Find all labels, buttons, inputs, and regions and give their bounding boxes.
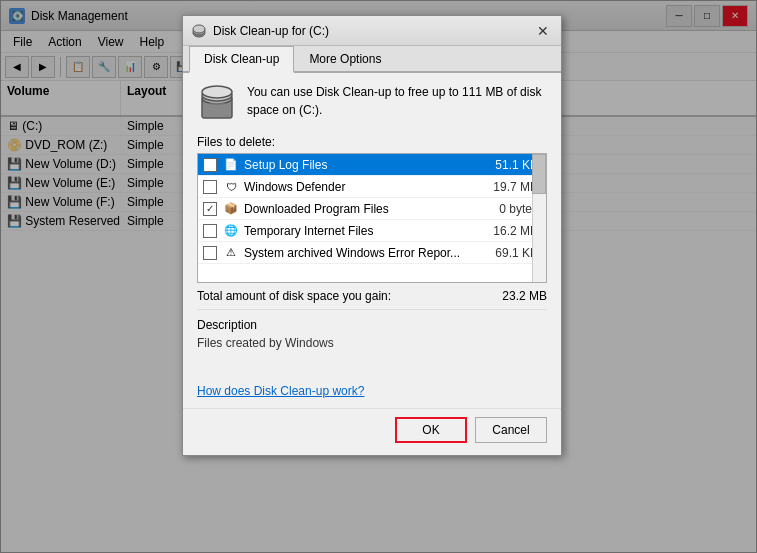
files-list-container: 📄 Setup Log Files 51.1 KB 🛡 Windows Defe… (197, 153, 547, 283)
scrollbar[interactable] (532, 154, 546, 282)
file-checkbox[interactable] (198, 224, 222, 238)
checkbox-icon (203, 246, 217, 260)
file-checkbox[interactable] (198, 202, 222, 216)
dialog-icon (191, 23, 207, 39)
checkbox-icon (203, 224, 217, 238)
files-list: 📄 Setup Log Files 51.1 KB 🛡 Windows Defe… (198, 154, 546, 264)
file-name: Temporary Internet Files (240, 222, 476, 240)
file-type-icon: 📦 (222, 202, 240, 215)
list-item[interactable]: 📦 Downloaded Program Files 0 bytes (198, 198, 546, 220)
disk-cleanup-dialog: Disk Clean-up for (C:) ✕ Disk Clean-up M… (182, 15, 562, 456)
file-name: Downloaded Program Files (240, 200, 476, 218)
disk-cleanup-help-link[interactable]: How does Disk Clean-up work? (197, 384, 364, 398)
dialog-tabs: Disk Clean-up More Options (183, 46, 561, 73)
total-label: Total amount of disk space you gain: (197, 289, 391, 303)
file-type-icon: 🛡 (222, 181, 240, 193)
checkbox-icon (203, 202, 217, 216)
dialog-close-button[interactable]: ✕ (533, 22, 553, 40)
list-item[interactable]: 🛡 Windows Defender 19.7 MB (198, 176, 546, 198)
dialog-info: You can use Disk Clean-up to free up to … (197, 83, 547, 123)
total-space-row: Total amount of disk space you gain: 23.… (197, 289, 547, 310)
svg-point-6 (202, 86, 232, 98)
list-item[interactable]: ⚠ System archived Windows Error Repor...… (198, 242, 546, 264)
file-name: Windows Defender (240, 178, 476, 196)
description-label: Description (197, 318, 547, 332)
description-box: Description Files created by Windows (197, 318, 547, 376)
file-type-icon: ⚠ (222, 246, 240, 259)
file-type-icon: 📄 (222, 158, 240, 171)
checkbox-icon (203, 180, 217, 194)
description-text: Files created by Windows (197, 336, 547, 376)
checkbox-icon (203, 158, 217, 172)
dialog-title: Disk Clean-up for (C:) (213, 24, 533, 38)
dialog-footer: OK Cancel (183, 408, 561, 455)
list-item[interactable]: 🌐 Temporary Internet Files 16.2 MB (198, 220, 546, 242)
file-name: System archived Windows Error Repor... (240, 244, 476, 262)
file-name: Setup Log Files (240, 156, 476, 174)
file-type-icon: 🌐 (222, 224, 240, 237)
dialog-info-text: You can use Disk Clean-up to free up to … (247, 83, 547, 119)
total-value: 23.2 MB (502, 289, 547, 303)
file-checkbox[interactable] (198, 180, 222, 194)
files-label: Files to delete: (197, 135, 547, 149)
cleanup-icon (197, 83, 237, 123)
dialog-titlebar: Disk Clean-up for (C:) ✕ (183, 16, 561, 46)
svg-point-2 (193, 25, 205, 33)
file-checkbox[interactable] (198, 158, 222, 172)
list-item[interactable]: 📄 Setup Log Files 51.1 KB (198, 154, 546, 176)
scrollbar-thumb[interactable] (532, 154, 546, 194)
cancel-button[interactable]: Cancel (475, 417, 547, 443)
file-checkbox[interactable] (198, 246, 222, 260)
dialog-body: You can use Disk Clean-up to free up to … (183, 73, 561, 408)
tab-disk-cleanup[interactable]: Disk Clean-up (189, 46, 294, 73)
tab-more-options[interactable]: More Options (294, 46, 396, 73)
ok-button[interactable]: OK (395, 417, 467, 443)
